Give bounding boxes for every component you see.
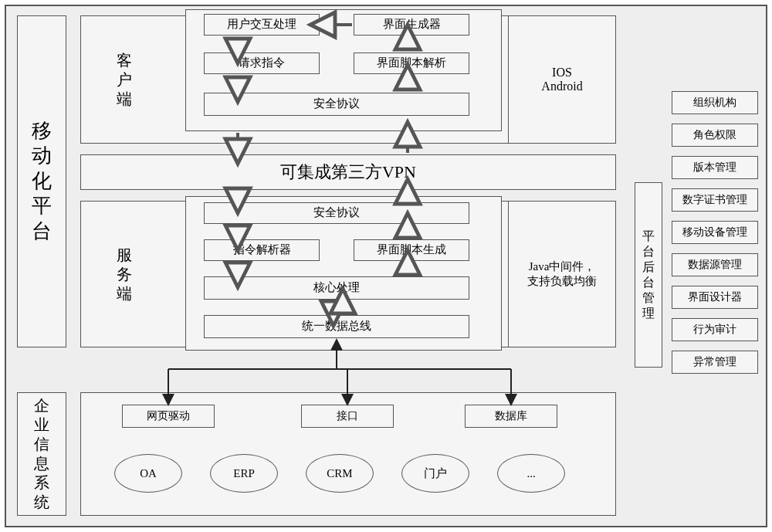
title-enterprise: 企 业 信 息 系 统 [18,393,66,515]
client-ui-generator: 界面生成器 [354,14,469,36]
vpn-bar: 可集成第三方VPN [80,154,616,190]
client-platforms-text: IOS Android [509,16,615,143]
server-security: 安全协议 [204,202,469,224]
enterprise-sys-0: OA [114,454,182,493]
backend-item-5: 数据源管理 [672,253,758,276]
backend-item-3: 数字证书管理 [672,188,758,212]
backend-item-1: 角色权限 [672,124,758,147]
backend-item-7: 行为审计 [672,318,758,341]
server-cmd-parser: 指令解析器 [204,239,320,261]
diagram-root: 移 动 化 平 台 企 业 信 息 系 统 平 台 后 台 管 理 组织机构 角… [5,5,767,527]
client-request-cmd: 请求指令 [204,53,320,74]
client-user-interact: 用户交互处理 [204,14,320,36]
server-databus: 统一数据总线 [204,315,469,338]
enterprise-sys-1: ERP [210,454,278,493]
title-panel-enterprise: 企 业 信 息 系 统 [17,392,66,516]
server-core: 核心处理 [204,276,469,300]
enterprise-web-driver: 网页驱动 [122,405,215,428]
backend-item-6: 界面设计器 [672,286,758,309]
server-middleware-text: Java中间件， 支持负载均衡 [513,202,611,347]
server-tier-label: 服务端 [87,202,161,347]
server-ui-script-gen: 界面脚本生成 [354,239,469,261]
backend-title-panel: 平 台 后 台 管 理 [635,182,662,368]
enterprise-database: 数据库 [465,405,557,428]
backend-item-2: 版本管理 [672,156,758,179]
backend-item-0: 组织机构 [672,91,758,114]
backend-item-4: 移动设备管理 [672,221,758,244]
enterprise-api: 接口 [301,405,394,428]
enterprise-sys-2: CRM [306,454,374,493]
client-ui-script-parse: 界面脚本解析 [354,53,469,74]
client-tier-label: 客户端 [87,16,161,143]
title-panel-mobile-platform: 移 动 化 平 台 [17,15,66,347]
backend-title: 平 台 后 台 管 理 [635,183,662,367]
enterprise-sys-3: 门户 [401,454,469,493]
backend-item-8: 异常管理 [672,351,758,374]
client-security: 安全协议 [204,93,469,116]
client-platforms: IOS Android [508,15,616,144]
server-middleware: Java中间件， 支持负载均衡 [508,201,616,347]
enterprise-sys-4: ... [497,454,565,493]
title-mobile-platform: 移 动 化 平 台 [18,16,66,347]
